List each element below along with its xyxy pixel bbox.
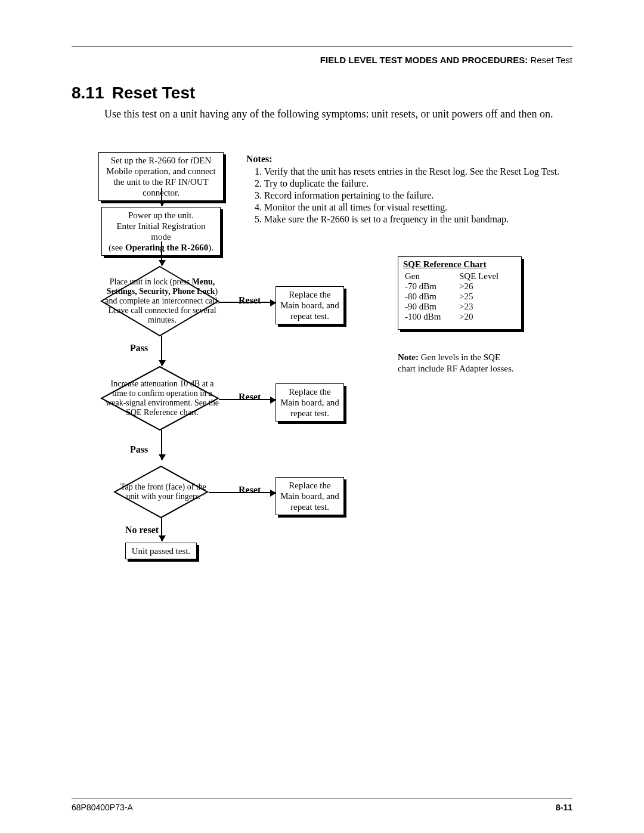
flow-replace-1: Replace the Main board, and repeat test. [275,286,344,324]
list-item: Make sure the R-2660 is set to a frequen… [264,214,569,225]
edge-noreset: No reset [125,525,159,535]
arrow-down-icon [161,188,162,206]
table-row: -90 dBm>23 [403,302,516,312]
flow-replace-3-box: Replace the Main board, and repeat test. [275,477,344,515]
arrow-right-icon [209,492,275,493]
arrow-right-icon [219,302,275,303]
edge-pass-1: Pass [130,343,148,354]
flow-decision-tap: Tap the front (face) of the unit with yo… [113,465,209,519]
notes-heading: Notes: [246,154,569,165]
running-header: FIELD LEVEL TEST MODES AND PROCEDURES: R… [72,55,572,65]
flow-replace-3: Replace the Main board, and repeat test. [275,477,344,515]
arrow-right-icon [219,399,275,400]
sqe-reference-chart: SQE Reference Chart Gen SQE Level -70 dB… [398,256,522,330]
page-number: 8-11 [556,803,572,812]
col-sqe: SQE Level [457,271,516,281]
edge-reset-2: Reset [239,392,261,402]
header-chapter: FIELD LEVEL TEST MODES AND PROCEDURES: [320,55,528,65]
list-item: Verify that the unit has resets entries … [264,166,569,177]
table-row: -70 dBm>26 [403,281,516,292]
flow-decision-attenuation: Increase attenuation 10 dB at a time to … [100,366,219,431]
section-number: 8.11 [72,83,107,103]
edge-reset-3: Reset [239,485,261,496]
flow-replace-1-box: Replace the Main board, and repeat test. [275,286,344,324]
list-item: Monitor the unit at all times for visual… [264,202,569,213]
table-row: -80 dBm>25 [403,292,516,302]
flow-replace-2-box: Replace the Main board, and repeat test. [275,383,344,422]
table-row: Gen SQE Level [403,271,516,281]
arrow-down-icon [161,430,162,460]
list-item: Record information pertaining to the fai… [264,190,569,201]
page-footer: 68P80400P73-A 8-11 [72,803,572,812]
list-item: Try to duplicate the failure. [264,178,569,189]
sqe-note: Note: Gen levels in the SQE chart includ… [398,352,517,374]
edge-reset-1: Reset [239,295,261,306]
section-title: Reset Test [112,83,196,102]
doc-number: 68P80400P73-A [72,803,133,812]
notes-block: Notes: Verify that the unit has resets e… [246,154,569,226]
section-heading: 8.11 Reset Test [72,83,195,103]
edge-pass-2: Pass [130,444,148,455]
flow-replace-2: Replace the Main board, and repeat test. [275,383,344,422]
sqe-title: SQE Reference Chart [403,259,516,270]
header-rule [72,47,572,47]
col-gen: Gen [403,271,457,281]
arrow-down-icon [161,241,162,265]
arrow-down-icon [161,517,162,541]
arrow-down-icon [161,336,162,366]
flow-step-passed-box: Unit passed test. [125,543,197,559]
flow-decision-lock: Place unit in lock (press Menu, Settings… [100,265,219,337]
flow-step-passed: Unit passed test. [125,543,197,559]
notes-list: Verify that the unit has resets entries … [246,166,569,225]
table-row: -100 dBm>20 [403,312,516,322]
footer-rule [72,798,572,798]
sqe-table: Gen SQE Level -70 dBm>26 -80 dBm>25 -90 … [403,271,516,322]
header-page-name: Reset Test [528,55,572,65]
intro-paragraph: Use this test on a unit having any of th… [104,107,572,121]
